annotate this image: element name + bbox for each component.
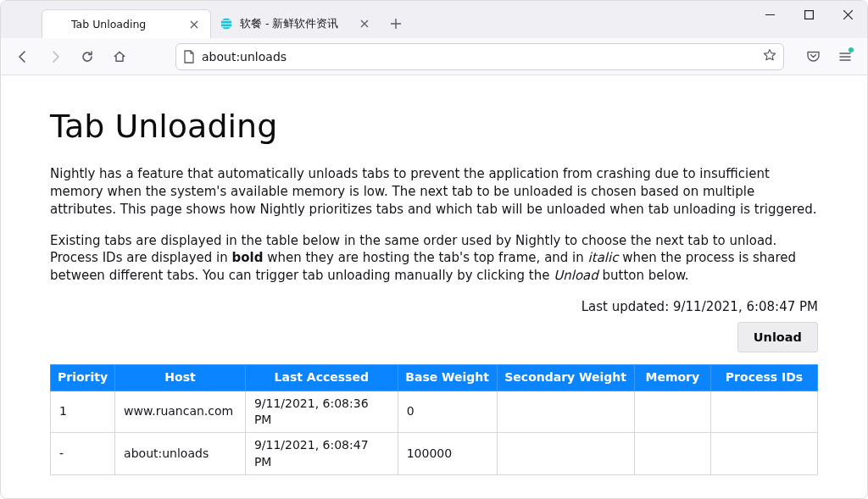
th-priority: Priority [51, 365, 115, 391]
table-row: 1 www.ruancan.com 9/11/2021, 6:08:36 PM … [51, 391, 818, 433]
forward-button[interactable] [42, 43, 69, 70]
close-tab-button[interactable] [186, 17, 202, 32]
back-button[interactable] [9, 43, 36, 70]
cell-process-ids [710, 433, 817, 475]
cell-base-weight: 100000 [398, 433, 497, 475]
intro-paragraph-1: Nightly has a feature that automatically… [50, 165, 818, 218]
th-secondary-weight: Secondary Weight [497, 365, 634, 391]
tab-title: Tab Unloading [71, 18, 180, 30]
tab-favicon [220, 17, 233, 30]
cell-host: about:unloads [115, 433, 246, 475]
cell-memory [634, 433, 710, 475]
cell-secondary-weight [497, 433, 634, 475]
unload-button-row: Unload [50, 322, 818, 352]
page-content: Tab Unloading Nightly has a feature that… [1, 75, 867, 496]
cell-secondary-weight [497, 391, 634, 433]
save-to-pocket-button[interactable] [799, 43, 826, 70]
home-button[interactable] [106, 43, 133, 70]
close-window-button[interactable] [828, 1, 867, 28]
page-icon [183, 50, 195, 64]
browser-tab-1[interactable]: 软餐 - 新鲜软件资讯 [211, 9, 381, 38]
th-last-accessed: Last Accessed [245, 365, 398, 391]
reload-button[interactable] [74, 43, 101, 70]
table-header-row: Priority Host Last Accessed Base Weight … [51, 365, 818, 391]
last-updated-row: Last updated: 9/11/2021, 6:08:47 PM [50, 298, 818, 316]
th-process-ids: Process IDs [710, 365, 817, 391]
cell-last-accessed: 9/11/2021, 6:08:36 PM [245, 391, 398, 433]
maximize-button[interactable] [789, 1, 828, 28]
cell-process-ids [710, 391, 817, 433]
cell-last-accessed: 9/11/2021, 6:08:47 PM [245, 433, 398, 475]
intro-paragraph-2: Existing tabs are displayed in the table… [50, 232, 818, 285]
toolbar-right [789, 43, 859, 70]
last-updated-value: 9/11/2021, 6:08:47 PM [673, 299, 818, 314]
browser-tab-0[interactable]: Tab Unloading [42, 9, 211, 38]
notification-dot [849, 47, 854, 53]
url-bar[interactable]: about:unloads [175, 43, 784, 70]
new-tab-button[interactable] [384, 12, 408, 36]
table-row: - about:unloads 9/11/2021, 6:08:47 PM 10… [51, 433, 818, 475]
bookmark-star-icon[interactable] [763, 48, 776, 65]
window-controls [750, 1, 867, 31]
tab-favicon [51, 18, 64, 31]
tabs-table: Priority Host Last Accessed Base Weight … [50, 364, 818, 475]
th-memory: Memory [634, 365, 710, 391]
tab-strip: Tab Unloading 软餐 - 新鲜软件资讯 [1, 1, 867, 38]
app-menu-button[interactable] [832, 43, 859, 70]
url-text: about:unloads [202, 50, 756, 64]
tab-title: 软餐 - 新鲜软件资讯 [240, 17, 350, 31]
cell-priority: - [51, 433, 115, 475]
last-updated-label: Last updated: [581, 299, 673, 314]
th-base-weight: Base Weight [398, 365, 497, 391]
cell-base-weight: 0 [398, 391, 497, 433]
cell-host: www.ruancan.com [115, 391, 246, 433]
svg-rect-1 [804, 10, 813, 19]
cell-priority: 1 [51, 391, 115, 433]
minimize-button[interactable] [750, 1, 789, 28]
nav-toolbar: about:unloads [1, 38, 867, 75]
cell-memory [634, 391, 710, 433]
unload-button[interactable]: Unload [737, 322, 818, 352]
page-title: Tab Unloading [50, 104, 818, 148]
th-host: Host [115, 365, 246, 391]
close-tab-button[interactable] [357, 16, 372, 31]
